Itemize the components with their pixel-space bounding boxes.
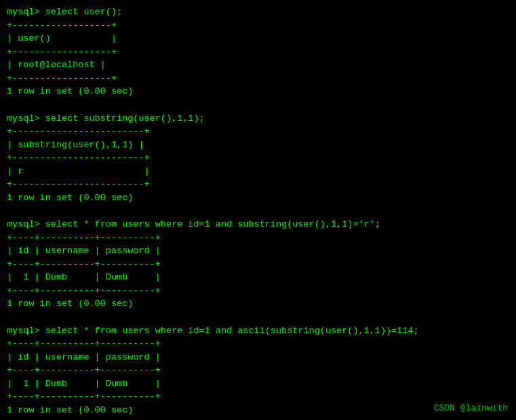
- watermark: CSDN @lainwith: [434, 403, 508, 413]
- terminal-output: mysql> select user(); +-----------------…: [7, 5, 509, 417]
